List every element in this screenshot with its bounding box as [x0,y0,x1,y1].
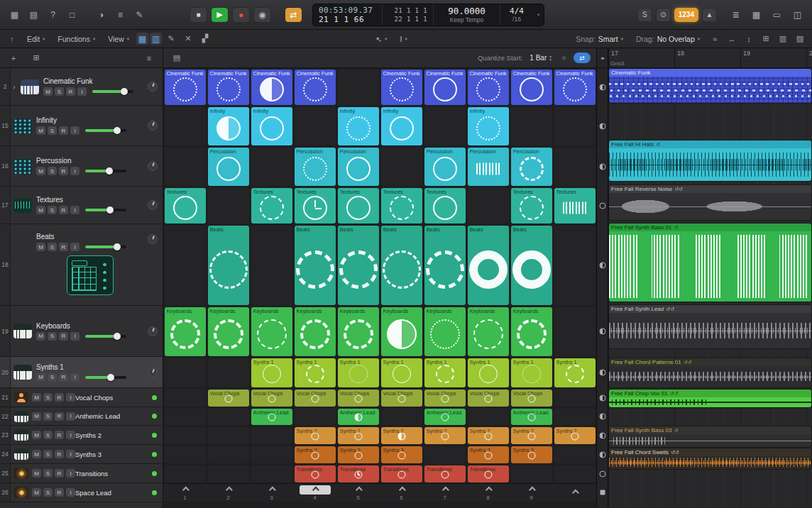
track-header-beats[interactable]: 18BeatsMSRI [0,224,163,306]
loop-cell-synths-2[interactable]: Synths 2 [511,427,552,444]
scene-trigger-arrow[interactable] [386,485,417,495]
library-icon[interactable]: □ [63,6,81,23]
cycle-button[interactable]: ⇄ [285,7,302,23]
loop-cell-textures[interactable]: Textures [338,188,379,223]
track-header-keyboards[interactable]: 19KeyboardsMSRI [0,306,163,357]
metronome-button[interactable]: ▲ [702,8,717,22]
track-r-button[interactable]: R [55,450,64,458]
loop-cell-beats[interactable]: Beats [468,226,509,305]
scene-trigger-8[interactable]: 8 [466,484,510,502]
volume-thumb[interactable] [121,88,128,95]
scene-trigger-arrow[interactable] [256,485,287,495]
loop-cell-keyboards[interactable]: Keyboards [338,307,379,356]
region-free-fall-synth-bass-03[interactable]: Free Fall Synth Bass 03↺ [609,426,811,447]
row-grid-toggle-icon[interactable] [599,163,605,170]
loop-cell-vocal-chops[interactable]: Vocal Chops [468,390,509,407]
scene-trigger-arrow[interactable] [213,485,244,495]
track-s-button[interactable]: S [48,332,57,341]
track-s-button[interactable]: S [48,126,57,135]
track-header-percussion[interactable]: 16PercussionMSRI [0,146,163,187]
loop-cell-vocal-chops[interactable]: Vocal Chops [511,390,552,407]
loop-cell-cinematic-funk[interactable]: Cinematic Funk [165,70,206,105]
track-i-button[interactable]: I [66,412,75,421]
region-cinematic-funk[interactable]: Cinematic Funk [609,69,811,103]
loop-cell-percussion[interactable]: Percussion [424,148,466,186]
track-i-button[interactable]: I [66,393,75,402]
volume-slider[interactable] [85,245,126,248]
loop-cell-anthemic-lead[interactable]: Anthemic Lead [338,409,379,425]
horizontal-zoom-icon[interactable]: ↔ [724,33,740,45]
pan-knob[interactable] [148,368,158,377]
loop-cell-synths-3[interactable]: Synths 3 [295,446,336,463]
loop-cell-anthemic-lead[interactable]: Anthemic Lead [511,409,552,425]
empty-cell[interactable] [251,226,292,305]
empty-cell[interactable] [381,409,422,425]
track-s-button[interactable]: S [43,393,53,402]
waveform-zoom-icon[interactable]: ≈ [707,33,723,45]
loop-cell-cinematic-funk[interactable]: Cinematic Funk [468,70,509,105]
volume-thumb[interactable] [106,206,114,214]
loop-cell-keyboards[interactable]: Keyboards [295,307,336,356]
scene-trigger-6[interactable]: 6 [380,484,423,502]
pan-knob[interactable] [148,121,158,131]
track-header-vocal-chops[interactable]: 21MSRIVocal Chops [0,388,163,407]
track-m-button[interactable]: M [32,450,41,458]
crossfade-icon[interactable]: ✕ [180,33,196,45]
capture-recording-button[interactable]: ◉ [253,7,271,23]
track-m-button[interactable]: M [32,469,41,477]
loop-cell-beats[interactable]: Beats [424,226,466,305]
loop-cell-percussion[interactable]: Percussion [468,148,509,186]
split-icon[interactable]: ▞ [197,33,213,45]
loop-cell-keyboards[interactable]: Keyboards [424,307,466,356]
region-free-fall-synth-bass-01[interactable]: Free Fall Synth Bass 01↺ [609,223,811,302]
loop-cell-vocal-chops[interactable]: Vocal Chops [295,390,336,407]
loop-cell-transitions[interactable]: Transitions [424,465,466,482]
loop-cell-synths-1[interactable]: Synths 1 [338,358,379,387]
empty-cell[interactable] [381,148,422,186]
empty-cell[interactable] [208,427,249,444]
loop-cell-transitions[interactable]: Transitions [338,465,379,482]
command-click-tool-menu[interactable]: I ▾ [395,33,413,45]
loop-cell-beats[interactable]: Beats [338,226,379,305]
loop-cell-textures[interactable]: Textures [295,188,336,223]
scene-trigger-1[interactable]: 1 [163,484,207,502]
loop-cell-cinematic-funk[interactable]: Cinematic Funk [424,70,466,105]
empty-cell[interactable] [165,465,206,482]
empty-cell[interactable] [554,307,596,356]
track-header-cinematic-funk[interactable]: 2›Cinematic FunkMSRI [0,68,163,106]
track-r-button[interactable]: R [55,488,64,497]
track-header-anthemic-lead[interactable]: 22MSRIAnthemic Lead [0,407,163,426]
functions-menu[interactable]: Functions ▾ [52,33,101,45]
track-r-button[interactable]: R [59,126,68,135]
track-s-button[interactable]: S [48,206,57,214]
loop-cell-keyboards[interactable]: Keyboards [511,307,552,356]
volume-slider[interactable] [92,90,133,93]
track-i-button[interactable]: I [70,373,79,382]
track-s-button[interactable]: S [43,450,53,458]
grid-link-button[interactable]: ⇄ [574,53,591,63]
loop-cell-vocal-chops[interactable]: Vocal Chops [381,390,422,407]
row-grid-toggle-icon[interactable] [599,123,605,129]
empty-cell[interactable] [554,148,596,186]
volume-thumb[interactable] [114,243,121,250]
volume-slider[interactable] [85,170,126,172]
track-s-button[interactable]: S [43,469,53,477]
loop-cell-synths-2[interactable]: Synths 2 [554,427,596,444]
grid-options-button[interactable]: ▤ [169,52,185,65]
track-m-button[interactable]: M [36,126,45,135]
empty-cell[interactable] [165,148,206,186]
empty-cell[interactable] [468,409,509,425]
loop-cell-textures[interactable]: Textures [424,188,466,223]
live-loops-view-toggle[interactable]: ▦ [136,33,148,45]
toolbar-display-icon[interactable]: ▦ [747,6,765,23]
loop-cell-transitions[interactable]: Transitions [381,465,422,482]
loop-cell-infinity[interactable]: Infinity [381,107,422,145]
loop-cell-infinity[interactable]: Infinity [208,107,249,145]
header-config-button[interactable]: ≡ [141,52,157,65]
loop-cell-synths-1[interactable]: Synths 1 [511,358,552,387]
track-s-button[interactable]: S [48,373,57,382]
track-header-synths-3[interactable]: 24MSRISynths 3 [0,445,163,464]
track-s-button[interactable]: S [43,412,53,421]
loop-cell-percussion[interactable]: Percussion [338,148,379,186]
loop-cell-beats[interactable]: Beats [295,226,336,305]
